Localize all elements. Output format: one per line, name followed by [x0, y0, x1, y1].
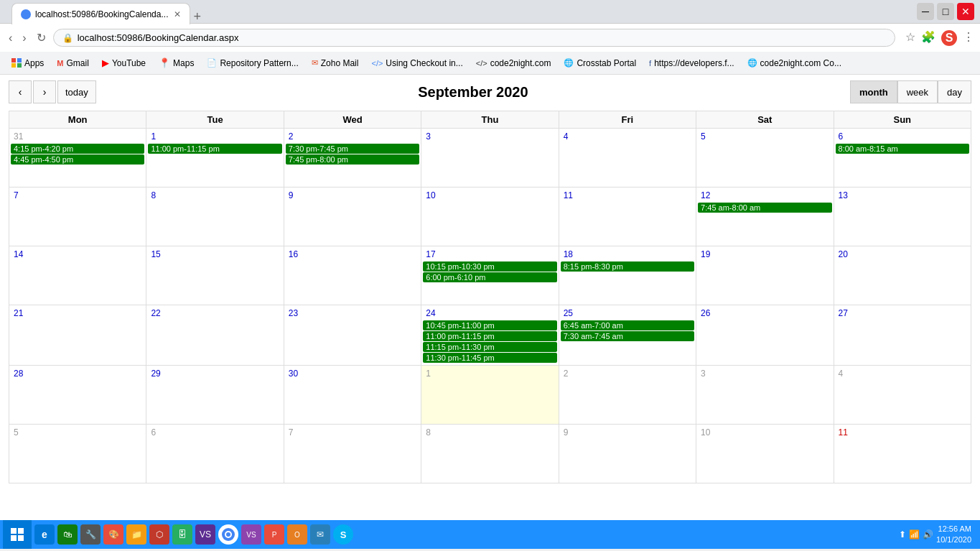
event[interactable]: 6:00 pm-6:10 pm — [423, 272, 556, 282]
day-cell[interactable]: 24 10:45 pm-11:00 pm 11:00 pm-11:15 pm 1… — [421, 305, 559, 366]
event[interactable]: 10:45 pm-11:00 pm — [423, 320, 556, 330]
day-cell[interactable]: 10 — [696, 425, 834, 483]
taskbar-folder-icon[interactable]: 📁 — [126, 524, 146, 545]
event[interactable]: 7:45 am-8:00 am — [698, 203, 831, 213]
taskbar-edge-icon[interactable]: e — [34, 524, 55, 545]
next-month-button[interactable]: › — [33, 80, 56, 103]
day-cell[interactable]: 28 — [9, 366, 146, 425]
system-time[interactable]: 12:56 AM 10/1/2020 — [936, 524, 971, 546]
day-cell[interactable]: 5 — [696, 129, 834, 187]
day-cell[interactable]: 17 10:15 pm-10:30 pm 6:00 pm-6:10 pm — [421, 246, 559, 305]
address-bar[interactable]: 🔒 localhost:50986/BookingCalendar.aspx — [53, 29, 895, 47]
day-cell[interactable]: 6 — [146, 425, 284, 483]
event[interactable]: 6:45 am-7:00 am — [561, 320, 694, 330]
refresh-button[interactable]: ↻ — [34, 29, 49, 46]
day-cell[interactable]: 5 — [9, 425, 146, 483]
day-cell[interactable]: 22 — [146, 305, 284, 366]
day-cell[interactable]: 16 — [284, 246, 421, 305]
event[interactable]: 10:15 pm-10:30 pm — [423, 261, 556, 272]
taskbar-db-icon[interactable]: 🗄 — [172, 524, 192, 545]
close-button[interactable]: ✕ — [957, 3, 974, 20]
taskbar-store-icon[interactable]: 🛍 — [57, 524, 78, 545]
day-cell[interactable]: 6 8:00 am-8:15 am — [834, 129, 971, 187]
day-cell[interactable]: 1 11:00 pm-11:15 pm — [146, 129, 284, 187]
day-cell[interactable]: 4 — [834, 366, 971, 425]
day-cell[interactable]: 21 — [9, 305, 146, 366]
taskbar-orange-icon[interactable]: O — [287, 524, 307, 545]
taskbar-vs-icon[interactable]: VS — [195, 524, 215, 545]
day-cell[interactable]: 9 — [284, 187, 421, 246]
day-cell[interactable]: 7 — [9, 187, 146, 246]
day-cell[interactable]: 19 — [696, 246, 834, 305]
event[interactable]: 8:15 pm-8:30 pm — [561, 261, 694, 272]
bookmark-zoho[interactable]: ✉ Zoho Mail — [306, 57, 365, 70]
taskbar-paint-icon[interactable]: 🎨 — [103, 524, 123, 545]
bookmark-repository[interactable]: 📄 Repository Pattern... — [201, 57, 304, 70]
star-icon[interactable]: ☆ — [905, 30, 915, 46]
event[interactable]: 4:15 pm-4:20 pm — [11, 144, 144, 154]
day-cell[interactable]: 11 — [834, 425, 971, 483]
month-view-button[interactable]: month — [850, 80, 897, 103]
day-cell[interactable]: 30 — [284, 366, 421, 425]
bookmark-youtube[interactable]: ▶ YouTube — [96, 56, 151, 70]
day-cell[interactable]: 10 — [421, 187, 559, 246]
day-cell[interactable]: 25 6:45 am-7:00 am 7:30 am-7:45 am — [559, 305, 696, 366]
day-cell[interactable]: 20 — [834, 246, 971, 305]
taskbar-chrome-icon[interactable] — [218, 524, 238, 545]
bookmark-maps[interactable]: 📍 Maps — [153, 56, 200, 70]
event[interactable]: 11:00 pm-11:15 pm — [423, 331, 556, 341]
bookmark-apps[interactable]: Apps — [6, 57, 50, 70]
taskbar-mail-icon[interactable]: ✉ — [310, 524, 330, 545]
day-cell[interactable]: 13 — [834, 187, 971, 246]
day-cell[interactable]: 8 — [146, 187, 284, 246]
forward-button[interactable]: › — [19, 30, 29, 46]
event[interactable]: 8:00 am-8:15 am — [836, 144, 969, 154]
day-cell[interactable]: 2 — [559, 366, 696, 425]
tray-notification-icon[interactable]: ⬆ — [899, 529, 906, 540]
today-button[interactable]: today — [57, 80, 96, 103]
day-cell[interactable]: 26 — [696, 305, 834, 366]
taskbar-vs2-icon[interactable]: VS — [241, 524, 261, 545]
day-cell[interactable]: 31 4:15 pm-4:20 pm 4:45 pm-4:50 pm — [9, 129, 146, 187]
day-cell[interactable]: 7 — [284, 425, 421, 483]
event[interactable]: 7:30 pm-7:45 pm — [286, 144, 419, 154]
bookmark-checkout[interactable]: </> Using Checkout in... — [365, 57, 468, 70]
extension-icon[interactable]: 🧩 — [921, 30, 935, 46]
start-button[interactable] — [3, 520, 32, 549]
event[interactable]: 11:00 pm-11:15 pm — [148, 144, 281, 154]
taskbar-git-icon[interactable]: ⬡ — [149, 524, 169, 545]
taskbar-skype-icon[interactable]: S — [333, 524, 353, 545]
menu-icon[interactable]: ⋮ — [963, 30, 974, 46]
taskbar-ppt-icon[interactable]: P — [264, 524, 284, 545]
new-tab-button[interactable]: + — [193, 9, 201, 24]
tray-volume-icon[interactable]: 🔊 — [923, 529, 933, 540]
day-cell[interactable]: 2 7:30 pm-7:45 pm 7:45 pm-8:00 pm — [284, 129, 421, 187]
profile-icon[interactable]: S — [941, 30, 957, 46]
event[interactable]: 7:45 pm-8:00 pm — [286, 154, 419, 165]
event[interactable]: 7:30 am-7:45 am — [561, 331, 694, 341]
day-cell[interactable]: 27 — [834, 305, 971, 366]
tab-close-button[interactable]: ✕ — [174, 9, 181, 19]
tray-network-icon[interactable]: 📶 — [909, 529, 920, 540]
day-cell-today[interactable]: 1 — [421, 366, 559, 425]
day-cell[interactable]: 18 8:15 pm-8:30 pm — [559, 246, 696, 305]
day-view-button[interactable]: day — [938, 80, 971, 103]
day-cell[interactable]: 3 — [696, 366, 834, 425]
maximize-button[interactable]: □ — [937, 3, 954, 20]
prev-month-button[interactable]: ‹ — [9, 80, 32, 103]
back-button[interactable]: ‹ — [6, 30, 15, 46]
day-cell[interactable]: 15 — [146, 246, 284, 305]
day-cell[interactable]: 23 — [284, 305, 421, 366]
bookmark-gmail[interactable]: M Gmail — [51, 57, 95, 70]
day-cell[interactable]: 9 — [559, 425, 696, 483]
bookmark-code2night[interactable]: </> code2night.com — [470, 57, 557, 70]
event[interactable]: 11:15 pm-11:30 pm — [423, 342, 556, 352]
bookmark-code2night2[interactable]: 🌐 code2night.com Co... — [742, 57, 847, 70]
bookmark-crosstab[interactable]: 🌐 Crosstab Portal — [558, 57, 642, 70]
day-cell[interactable]: 12 7:45 am-8:00 am — [696, 187, 834, 246]
week-view-button[interactable]: week — [897, 80, 938, 103]
day-cell[interactable]: 11 — [559, 187, 696, 246]
day-cell[interactable]: 3 — [421, 129, 559, 187]
taskbar-tool-icon[interactable]: 🔧 — [80, 524, 101, 545]
minimize-button[interactable]: ─ — [917, 3, 934, 20]
